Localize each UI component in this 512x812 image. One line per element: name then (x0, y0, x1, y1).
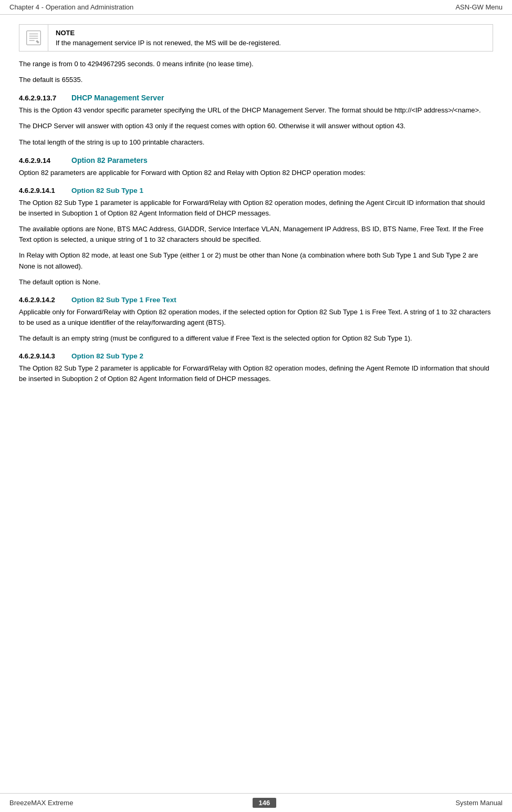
section-14: 4.6.2.9.14 Option 82 Parameters Option 8… (19, 156, 493, 178)
section-14-2-num: 4.6.2.9.14.2 (19, 296, 71, 304)
section-14-1-title: Option 82 Sub Type 1 (71, 187, 143, 194)
section-14-title: Option 82 Parameters (71, 156, 148, 165)
section-14-2-title: Option 82 Sub Type 1 Free Text (71, 296, 176, 304)
section-14-1-para-2: In Relay with Option 82 mode, at least o… (19, 250, 493, 271)
section-13-7-heading: 4.6.2.9.13.7 DHCP Management Server (19, 94, 493, 102)
intro-para-2: The default is 65535. (19, 75, 493, 85)
section-14-3-para-0: The Option 82 Sub Type 2 parameter is ap… (19, 363, 493, 384)
note-text: If the management service IP is not rene… (56, 39, 485, 47)
note-icon-cell (19, 25, 48, 51)
main-content: NOTE If the management service IP is not… (0, 15, 512, 422)
section-13-7: 4.6.2.9.13.7 DHCP Management Server This… (19, 94, 493, 147)
section-13-7-para-1: The DHCP Server will answer with option … (19, 121, 493, 131)
section-14-2-para-1: The default is an empty string (must be … (19, 333, 493, 344)
section-14-2-heading: 4.6.2.9.14.2 Option 82 Sub Type 1 Free T… (19, 296, 493, 304)
section-14-1: 4.6.2.9.14.1 Option 82 Sub Type 1 The Op… (19, 187, 493, 287)
note-content: NOTE If the management service IP is not… (48, 25, 493, 51)
header-right: ASN-GW Menu (455, 3, 503, 11)
section-14-3-num: 4.6.2.9.14.3 (19, 352, 71, 360)
page-footer: BreezeMAX Extreme 146 System Manual (0, 793, 512, 812)
footer-left: BreezeMAX Extreme (9, 799, 73, 807)
section-14-para-0: Option 82 parameters are applicable for … (19, 168, 493, 178)
section-14-1-para-0: The Option 82 Sub Type 1 parameter is ap… (19, 198, 493, 219)
note-icon (26, 30, 41, 46)
section-14-2-para-0: Applicable only for Forward/Relay with O… (19, 307, 493, 328)
header-left: Chapter 4 - Operation and Administration (9, 3, 133, 11)
section-13-7-num: 4.6.2.9.13.7 (19, 94, 71, 102)
section-13-7-para-2: The total length of the string is up to … (19, 137, 493, 148)
section-13-7-title: DHCP Management Server (71, 94, 164, 102)
footer-page-number: 146 (253, 798, 277, 808)
footer-right: System Manual (455, 799, 503, 807)
section-14-1-num: 4.6.2.9.14.1 (19, 187, 71, 194)
page-header: Chapter 4 - Operation and Administration… (0, 0, 512, 15)
section-13-7-para-0: This is the Option 43 vendor specific pa… (19, 105, 493, 116)
section-14-3-heading: 4.6.2.9.14.3 Option 82 Sub Type 2 (19, 352, 493, 360)
section-14-1-heading: 4.6.2.9.14.1 Option 82 Sub Type 1 (19, 187, 493, 194)
section-14-2: 4.6.2.9.14.2 Option 82 Sub Type 1 Free T… (19, 296, 493, 344)
section-14-num: 4.6.2.9.14 (19, 157, 71, 165)
section-14-heading: 4.6.2.9.14 Option 82 Parameters (19, 156, 493, 165)
section-14-1-para-3: The default option is None. (19, 277, 493, 287)
note-box: NOTE If the management service IP is not… (19, 24, 493, 52)
intro-para-1: The range is from 0 to 4294967295 second… (19, 59, 493, 69)
note-label: NOTE (56, 29, 485, 37)
section-14-3: 4.6.2.9.14.3 Option 82 Sub Type 2 The Op… (19, 352, 493, 384)
section-14-1-para-1: The available options are None, BTS MAC … (19, 224, 493, 245)
section-14-3-title: Option 82 Sub Type 2 (71, 352, 143, 360)
